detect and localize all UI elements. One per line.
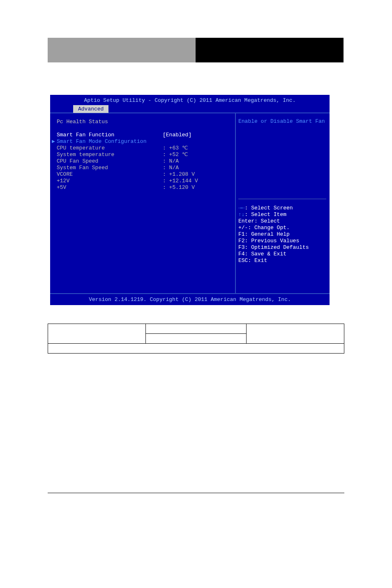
tab-advanced[interactable]: Advanced	[73, 105, 108, 113]
row-value: : +52 ℃	[163, 151, 188, 158]
row-value: : +1.208 V	[163, 171, 195, 177]
page-footer-line	[48, 493, 344, 493]
row-smart-fan-mode-config[interactable]: ▶ Smart Fan Mode Configuration	[57, 138, 235, 145]
table-cell	[247, 324, 344, 344]
row-12v: +12V : +12.144 V	[57, 177, 235, 184]
help-select-item: ↑↓: Select Item	[238, 211, 326, 218]
help-f3: F3: Optimized Defaults	[238, 244, 326, 251]
row-value: : N/A	[163, 158, 179, 164]
arrow-ud-icon: ↑↓	[238, 211, 245, 218]
row-value: : +63 ℃	[163, 145, 188, 151]
help-f2: F2: Previous Values	[238, 238, 326, 244]
row-label: System temperature	[57, 152, 163, 158]
help-select-screen: →←: Select Screen	[238, 205, 326, 211]
row-cpu-fan-speed: CPU Fan Speed : N/A	[57, 158, 235, 164]
table-cell	[48, 344, 344, 354]
row-label: CPU Fan Speed	[57, 158, 163, 164]
row-vcore: VCORE : +1.208 V	[57, 171, 235, 177]
row-label: +5V	[57, 184, 163, 191]
help-text: F3: Optimized Defaults	[238, 244, 309, 250]
help-enter: Enter: Select	[238, 218, 326, 225]
bios-left-pane: Pc Health Status Smart Fan Function [Ena…	[50, 113, 236, 293]
help-description: Enable or Disable Smart Fan	[238, 118, 325, 124]
help-text: F4: Save & Exit	[238, 251, 286, 257]
bios-title: Aptio Setup Utility - Copyright (C) 2011…	[50, 95, 330, 105]
row-system-temperature: System temperature : +52 ℃	[57, 151, 235, 158]
help-change-opt: +/-: Change Opt.	[238, 225, 326, 231]
help-f1: F1: General Help	[238, 231, 326, 238]
table-cell	[145, 334, 246, 344]
bios-right-pane: Enable or Disable Smart Fan →←: Select S…	[236, 113, 329, 293]
arrow-lr-icon: →←	[238, 205, 245, 211]
bios-key-help: →←: Select Screen ↑↓: Select Item Enter:…	[238, 199, 326, 264]
help-text: ESC: Exit	[238, 257, 267, 264]
bios-footer: Version 2.14.1219. Copyright (C) 2011 Am…	[50, 293, 330, 305]
spacer-row	[57, 125, 235, 131]
help-esc: ESC: Exit	[238, 257, 326, 264]
row-5v: +5V : +5.120 V	[57, 184, 235, 191]
row-cpu-temperature: CPU temperature : +63 ℃	[57, 145, 235, 151]
row-label: Smart Fan Mode Configuration	[57, 138, 163, 145]
section-heading-label: Pc Health Status	[57, 119, 163, 125]
row-label: Smart Fan Function	[57, 132, 163, 138]
row-label: System Fan Speed	[57, 165, 163, 171]
row-value: : N/A	[163, 165, 179, 171]
bios-tab-row: Advanced	[50, 105, 330, 113]
options-table	[48, 324, 344, 354]
row-label: CPU temperature	[57, 145, 163, 151]
bios-screenshot: Aptio Setup Utility - Copyright (C) 2011…	[50, 95, 330, 305]
page-header-bar	[48, 38, 344, 62]
help-text: : Select Item	[245, 211, 286, 218]
row-label: VCORE	[57, 171, 163, 177]
row-system-fan-speed: System Fan Speed : N/A	[57, 164, 235, 171]
row-value: : +5.120 V	[163, 184, 195, 191]
submenu-pointer-icon: ▶	[52, 138, 55, 145]
help-text: Enter: Select	[238, 218, 280, 224]
table-row	[48, 344, 344, 354]
header-right-box	[196, 38, 344, 62]
help-f4: F4: Save & Exit	[238, 251, 326, 257]
row-value: [Enabled]	[163, 132, 191, 138]
help-text: F1: General Help	[238, 231, 290, 237]
header-left-box	[48, 38, 196, 62]
bios-body: Pc Health Status Smart Fan Function [Ena…	[50, 113, 330, 293]
table-row	[48, 324, 344, 334]
section-heading: Pc Health Status	[57, 118, 235, 125]
help-text: F2: Previous Values	[238, 238, 299, 244]
row-smart-fan-function[interactable]: Smart Fan Function [Enabled]	[57, 131, 235, 138]
help-text: +/-: Change Opt.	[238, 225, 290, 231]
table-cell	[48, 324, 146, 344]
row-value: : +12.144 V	[163, 178, 198, 184]
table-cell	[145, 324, 246, 334]
row-label: +12V	[57, 178, 163, 184]
help-text: : Select Screen	[245, 205, 293, 211]
